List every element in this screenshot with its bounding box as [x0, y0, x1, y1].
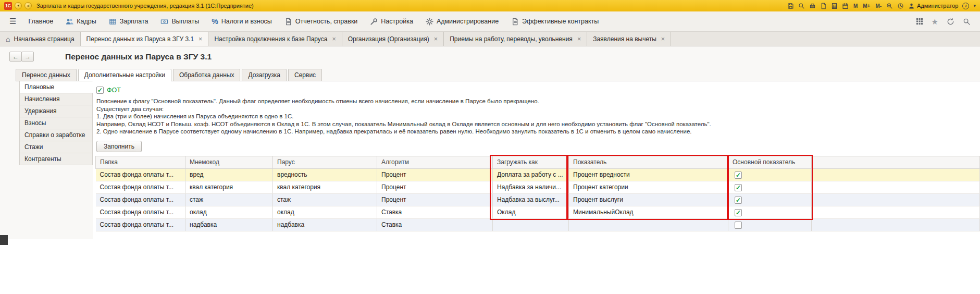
close-icon[interactable]: ×: [332, 35, 336, 43]
main-menu-button[interactable]: ☰: [4, 17, 21, 26]
calculator-icon[interactable]: [831, 3, 838, 9]
menu-item-kadry[interactable]: Кадры: [60, 14, 102, 29]
zoom-icon[interactable]: [886, 3, 893, 9]
cell-algo[interactable]: Ставка: [377, 206, 493, 218]
menu-item-administrirovanie[interactable]: Администрирование: [420, 14, 504, 29]
menu-item-glavnoe[interactable]: Главное: [22, 14, 59, 29]
cell-parus[interactable]: квал категория: [273, 181, 377, 193]
tab-dopolnitelnye-nastroyki[interactable]: Дополнительные настройки: [78, 69, 171, 81]
cell-load-as[interactable]: Оклад: [493, 206, 569, 218]
tab-dozagruzka[interactable]: Дозагрузка: [242, 69, 287, 81]
tab-servis[interactable]: Сервис: [288, 69, 322, 81]
cell-main[interactable]: [728, 193, 812, 206]
preview-icon[interactable]: [820, 3, 827, 9]
sidebar-item-uderzhaniya[interactable]: Удержания: [19, 105, 93, 117]
menu-item-effektivnye-kontrakty[interactable]: Эффективные контракты: [505, 14, 604, 29]
main-indicator-checkbox[interactable]: [735, 197, 742, 204]
tab-nastroyka-podklyucheniya[interactable]: Настройка подключения к базе Паруса ×: [208, 32, 342, 46]
menu-item-nastroyka[interactable]: Настройка: [364, 14, 419, 29]
cell-main[interactable]: [728, 181, 812, 193]
close-icon[interactable]: ×: [577, 35, 581, 43]
sidebar-item-vznosy[interactable]: Взносы: [19, 117, 93, 129]
cell-mnemo[interactable]: надбавка: [185, 218, 273, 231]
memory-m-button[interactable]: M: [853, 3, 858, 9]
cell-folder[interactable]: Состав фонда оплаты т...: [96, 218, 185, 231]
tab-home[interactable]: ⌂ Начальная страница: [0, 32, 81, 46]
cell-indicator[interactable]: МинимальныйОклад: [569, 206, 728, 218]
close-icon[interactable]: ×: [434, 35, 438, 43]
cell-parus[interactable]: оклад: [273, 206, 377, 218]
menu-item-vyplaty[interactable]: Выплаты: [155, 14, 205, 29]
cell-load-as[interactable]: Надбавка за выслуг...: [493, 193, 569, 206]
cell-parus[interactable]: вредность: [273, 168, 377, 181]
chevron-down-icon[interactable]: ▾: [973, 3, 976, 8]
forward-button[interactable]: →: [21, 52, 34, 62]
menu-item-zarplata[interactable]: Зарплата: [103, 14, 154, 29]
table-row[interactable]: Состав фонда оплаты т... оклад оклад Ста…: [96, 206, 980, 218]
sidebar-item-spravki[interactable]: Справки о заработке: [19, 129, 93, 141]
cell-mnemo[interactable]: стаж: [185, 193, 273, 206]
current-user[interactable]: Администратор: [908, 3, 958, 9]
history-icon[interactable]: [947, 18, 954, 26]
fill-button[interactable]: Заполнить: [96, 141, 142, 152]
col-mnemokod[interactable]: Мнемокод: [185, 156, 273, 168]
cell-main[interactable]: [728, 168, 812, 181]
cell-folder[interactable]: Состав фонда оплаты т...: [96, 193, 185, 206]
cell-indicator[interactable]: Процент вредности: [569, 168, 728, 181]
cell-load-as[interactable]: Надбавка за наличи...: [493, 181, 569, 193]
calendar-icon[interactable]: [842, 3, 849, 9]
apps-grid-icon[interactable]: [916, 18, 923, 25]
table-row[interactable]: Состав фонда оплаты т... стаж стаж Проце…: [96, 193, 980, 206]
info-icon[interactable]: i: [962, 3, 969, 9]
cell-mnemo[interactable]: квал категория: [185, 181, 273, 193]
cell-folder[interactable]: Состав фонда оплаты т...: [96, 168, 185, 181]
cell-algo[interactable]: Процент: [377, 181, 493, 193]
col-papka[interactable]: Папка: [96, 156, 185, 168]
close-icon[interactable]: ×: [199, 35, 202, 43]
main-indicator-checkbox[interactable]: [735, 172, 742, 179]
cell-parus[interactable]: стаж: [273, 193, 377, 206]
find-icon[interactable]: [798, 3, 805, 9]
menu-item-nalogi[interactable]: % Налоги и взносы: [206, 14, 278, 29]
tab-zayavleniya-na-vychety[interactable]: Заявления на вычеты ×: [587, 32, 671, 46]
quick-actions-button[interactable]: ≡: [24, 2, 32, 9]
print-icon[interactable]: [809, 3, 816, 9]
system-menu-button[interactable]: ▾: [15, 2, 22, 9]
cell-folder[interactable]: Состав фонда оплаты т...: [96, 206, 185, 218]
memory-mminus-button[interactable]: M-: [875, 3, 882, 9]
fot-checkbox[interactable]: [96, 87, 104, 94]
memory-mplus-button[interactable]: M+: [862, 3, 871, 9]
col-parus[interactable]: Парус: [273, 156, 377, 168]
tab-priemy-na-rabotu[interactable]: Приемы на работу, переводы, увольнения ×: [444, 32, 587, 46]
sidebar-item-stazhi[interactable]: Стажи: [19, 141, 93, 153]
close-icon[interactable]: ×: [661, 35, 665, 43]
favorites-star-icon[interactable]: ★: [932, 18, 938, 26]
main-indicator-checkbox[interactable]: [735, 209, 742, 216]
cell-main[interactable]: [728, 206, 812, 218]
main-indicator-checkbox[interactable]: [735, 184, 742, 191]
search-icon[interactable]: [963, 18, 971, 26]
cell-algo[interactable]: Процент: [377, 193, 493, 206]
table-row[interactable]: Состав фонда оплаты т... надбавка надбав…: [96, 218, 980, 231]
main-indicator-checkbox[interactable]: [735, 222, 742, 229]
cell-indicator[interactable]: Процент выслуги: [569, 193, 728, 206]
table-row[interactable]: Состав фонда оплаты т... вред вредность …: [96, 168, 980, 181]
sidebar-item-nachisleniya[interactable]: Начисления: [19, 93, 93, 105]
col-algoritm[interactable]: Алгоритм: [377, 156, 493, 168]
tab-obrabotka-dannyh[interactable]: Обработка данных: [173, 69, 240, 81]
back-button[interactable]: ←: [9, 52, 22, 62]
history-clock-icon[interactable]: [897, 3, 904, 9]
sidebar-item-planovye[interactable]: Плановые: [19, 81, 93, 93]
cell-algo[interactable]: Процент: [377, 168, 493, 181]
col-zagruzhat-kak[interactable]: Загружать как: [493, 156, 569, 168]
col-osnovnoy-pokazatel[interactable]: Основной показатель: [728, 156, 812, 168]
cell-mnemo[interactable]: оклад: [185, 206, 273, 218]
cell-load-as[interactable]: [493, 218, 569, 231]
cell-mnemo[interactable]: вред: [185, 168, 273, 181]
cell-load-as[interactable]: Доплата за работу с ...: [493, 168, 569, 181]
tab-perenos-dannyh-form[interactable]: Перенос данных: [16, 69, 77, 81]
cell-indicator[interactable]: [569, 218, 728, 231]
sidebar-item-kontragenty[interactable]: Контрагенты: [19, 153, 93, 165]
save-icon[interactable]: [787, 3, 794, 9]
menu-item-otchetnost[interactable]: Отчетность, справки: [279, 14, 364, 29]
